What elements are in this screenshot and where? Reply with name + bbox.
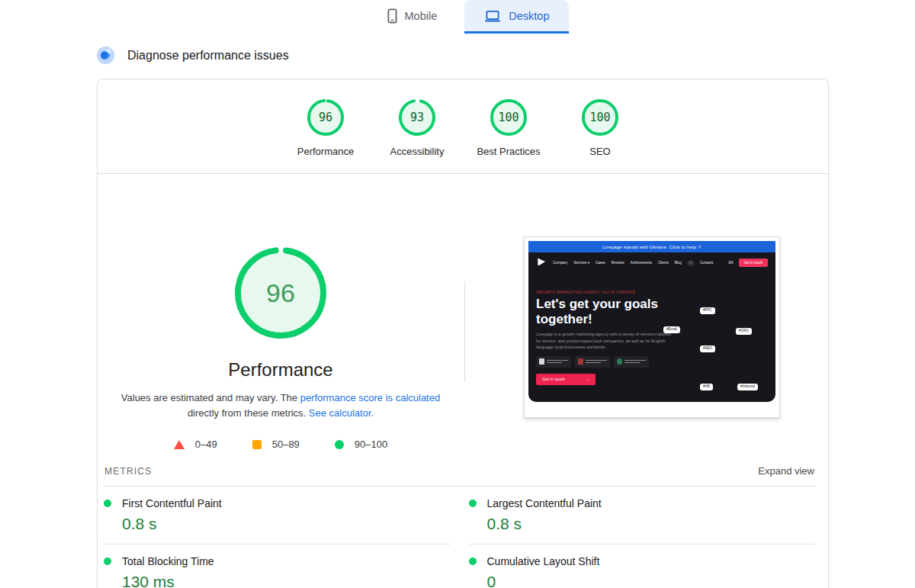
legend-average: 50–89: [252, 439, 300, 450]
site-menu-item: Reviews: [612, 261, 624, 265]
award-badge: [614, 356, 649, 368]
site-nav: Company Services ▾ Cases Reviews Achieve…: [536, 252, 768, 273]
metric-name: Total Blocking Time: [122, 555, 214, 567]
site-logo-icon: [536, 256, 547, 270]
award-badge-icon: [578, 358, 583, 365]
category-gauges-row: 96 Performance 93 Accessibility 100: [98, 79, 828, 174]
site-hero-cta-label: Get in touch: [542, 377, 565, 381]
metric-value: 0: [487, 573, 816, 588]
site-menu-item: Clients: [658, 261, 669, 265]
site-menu-item: Company: [553, 261, 567, 265]
site-hero: Company Services ▾ Cases Reviews Achieve…: [528, 252, 775, 402]
award-badge: [575, 356, 610, 368]
accessibility-score: 93: [397, 98, 437, 137]
metric-largest-contentful-paint: Largest Contentful Paint 0.8 s: [469, 487, 816, 545]
tab-mobile-label: Mobile: [405, 10, 438, 22]
pass-circle-icon: [335, 440, 344, 449]
site-language: EN: [728, 261, 733, 265]
disclaimer-text-1: Values are estimated and may vary. The: [121, 392, 300, 403]
site-preview: Livepage stands with Ukraine. Click to h…: [528, 241, 775, 413]
pass-dot-icon: [469, 500, 477, 507]
expand-view-link[interactable]: Expand view: [758, 465, 814, 477]
disclaimer-text-2: directly from these metrics.: [188, 407, 309, 419]
report-card: 96 Performance 93 Accessibility 100: [97, 79, 829, 588]
average-square-icon: [252, 440, 262, 449]
site-menu-item: Achievements: [631, 261, 652, 265]
metric-name: Cumulative Layout Shift: [487, 555, 600, 567]
site-description: Livepage is a growth marketing agency wi…: [536, 331, 673, 351]
metrics-title: METRICS: [104, 466, 152, 477]
pass-dot-icon: [469, 557, 477, 565]
pass-dot-icon: [104, 500, 111, 507]
best-practices-score: 100: [489, 98, 528, 137]
metric-cumulative-layout-shift: Cumulative Layout Shift 0: [469, 545, 816, 588]
legend-fail: 0–49: [174, 439, 217, 450]
lighthouse-gauge-icon: [97, 47, 114, 64]
pass-dot-icon: [104, 557, 111, 565]
accessibility-label: Accessibility: [371, 146, 463, 157]
metric-total-blocking-time: Total Blocking Time 130 ms: [104, 545, 451, 588]
site-blog-badge: 30: [688, 261, 694, 265]
best-practices-gauge: 100: [489, 98, 528, 137]
site-hashtag-pill: #Email: [663, 326, 680, 333]
site-menu-item: Services ▾: [573, 261, 589, 265]
category-seo[interactable]: 100 SEO: [554, 98, 646, 173]
metrics-header: METRICS Expand view: [98, 458, 828, 486]
legend-pass: 90–100: [335, 439, 387, 450]
fail-triangle-icon: [174, 440, 185, 449]
score-disclaimer: Values are estimated and may vary. The p…: [114, 390, 447, 421]
category-accessibility[interactable]: 93 Accessibility: [371, 98, 463, 173]
score-section: 96 Performance Values are estimated and …: [98, 174, 828, 458]
performance-label: Performance: [280, 146, 371, 157]
performance-score: 96: [306, 98, 345, 137]
seo-gauge: 100: [580, 98, 620, 137]
site-hashtag-pill: #PPC: [700, 307, 715, 314]
legend-average-range: 50–89: [272, 439, 300, 450]
site-menu-item: Blog: [675, 261, 682, 265]
accessibility-gauge: 93: [397, 98, 437, 137]
device-tabs: Mobile Desktop: [11, 0, 915, 34]
see-calculator-link[interactable]: See calculator.: [309, 407, 374, 419]
site-menu-item: Contacts: [700, 261, 714, 265]
legend-pass-range: 90–100: [355, 439, 387, 450]
performance-section-title: Performance: [98, 359, 464, 381]
tab-desktop[interactable]: Desktop: [464, 0, 569, 34]
tab-desktop-label: Desktop: [509, 10, 549, 22]
site-heading: Let's get your goals together!: [536, 297, 685, 327]
site-tagline: GROWTH MARKETING AGENCY №1 IN UKRAINE: [536, 290, 768, 294]
site-menu-item: Cases: [596, 261, 605, 265]
seo-score: 100: [580, 98, 620, 137]
site-hero-cta-button: Get in touch →: [536, 374, 596, 385]
performance-gauge: 96: [306, 98, 345, 137]
award-badge-icon: [539, 358, 544, 365]
seo-label: SEO: [554, 146, 646, 157]
category-performance[interactable]: 96 Performance: [280, 98, 371, 173]
award-badge-icon: [617, 358, 622, 365]
category-best-practices[interactable]: 100 Best Practices: [463, 98, 554, 173]
metric-value: 0.8 s: [487, 515, 816, 533]
site-award-badges: [536, 356, 768, 368]
mobile-phone-icon: [387, 8, 397, 24]
site-menu: Company Services ▾ Cases Reviews Achieve…: [553, 261, 728, 265]
metric-name: First Contentful Paint: [122, 497, 222, 509]
site-hashtag-pill: #HR: [700, 384, 713, 390]
performance-summary: 96 Performance Values are estimated and …: [98, 174, 464, 450]
page-screenshot-thumbnail: Livepage stands with Ukraine. Click to h…: [524, 236, 780, 418]
metric-value: 0.8 s: [122, 515, 451, 533]
legend-fail-range: 0–49: [195, 439, 217, 450]
site-hashtag-pill: #CRO: [736, 328, 752, 335]
diagnose-header: Diagnose performance issues: [97, 47, 289, 64]
vertical-divider: [464, 281, 465, 382]
site-hashtag-pill: #SEO: [700, 345, 715, 352]
award-badge-text: [624, 358, 646, 365]
site-banner: Livepage stands with Ukraine. Click to h…: [528, 241, 775, 252]
site-hashtag-pill: #Inbound: [737, 384, 758, 390]
score-legend: 0–49 50–89 90–100: [98, 439, 464, 450]
arrow-right-icon: →: [586, 377, 590, 381]
metric-first-contentful-paint: First Contentful Paint 0.8 s: [104, 487, 451, 545]
performance-score-calculated-link[interactable]: performance score is calculated: [300, 392, 441, 403]
site-nav-cta-button: Get in touch: [739, 259, 768, 267]
award-badge-text: [586, 358, 607, 365]
diagnose-title: Diagnose performance issues: [127, 49, 289, 63]
tab-mobile[interactable]: Mobile: [368, 0, 458, 34]
